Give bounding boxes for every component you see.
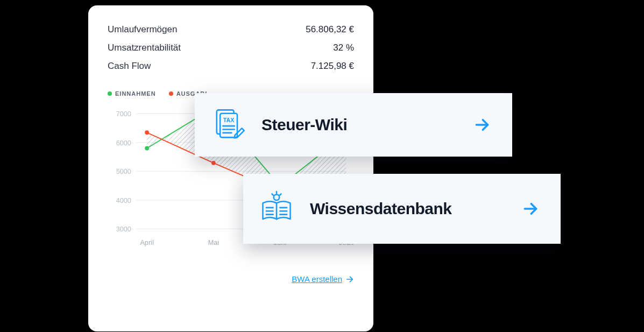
- arrow-right-icon: [522, 200, 539, 217]
- tile-steuer-wiki[interactable]: TAX Steuer-Wiki: [195, 93, 512, 157]
- stats-block: Umlaufvermögen 56.806,32 € Umsatzrentabi…: [108, 20, 354, 75]
- x-tick: Mai: [208, 239, 219, 246]
- y-tick: 5000: [116, 168, 131, 175]
- svg-point-21: [274, 194, 280, 200]
- dashboard-card: Umlaufvermögen 56.806,32 € Umsatzrentabi…: [88, 5, 373, 331]
- tile-label: Steuer-Wiki: [261, 116, 473, 134]
- expense-point: [211, 161, 216, 165]
- arrow-right-icon: [345, 275, 354, 284]
- stat-value: 56.806,32 €: [306, 20, 354, 39]
- stat-row: Cash Flow 7.125,98 €: [108, 57, 354, 75]
- svg-line-24: [280, 194, 281, 195]
- y-tick: 6000: [116, 139, 131, 147]
- stat-label: Umsatzrentabilität: [108, 39, 181, 57]
- arrow-right-icon: [473, 116, 491, 133]
- legend-dot-expense-icon: [169, 91, 173, 96]
- stat-label: Cash Flow: [108, 57, 151, 75]
- legend-income: EINNAHMEN: [108, 90, 156, 97]
- y-tick: 4000: [116, 197, 131, 204]
- y-tick: 7000: [116, 110, 131, 118]
- stat-value: 32 %: [333, 39, 354, 57]
- svg-text:TAX: TAX: [223, 117, 234, 123]
- y-tick: 3000: [116, 225, 131, 233]
- income-point: [145, 146, 149, 151]
- tax-doc-icon: TAX: [210, 107, 246, 143]
- stat-row: Umsatzrentabilität 32 %: [108, 39, 354, 57]
- legend-dot-income-icon: [108, 91, 112, 96]
- stat-value: 7.125,98 €: [311, 57, 354, 75]
- tile-label: Wissensdatenbank: [310, 200, 522, 218]
- tile-wissensdatenbank[interactable]: Wissensdatenbank: [243, 174, 561, 244]
- expense-point: [145, 130, 149, 135]
- svg-line-23: [272, 194, 273, 195]
- open-book-icon: [258, 190, 295, 227]
- stat-row: Umlaufvermögen 56.806,32 €: [108, 20, 354, 39]
- legend-label-income: EINNAHMEN: [115, 90, 156, 97]
- bwa-create-link[interactable]: BWA erstellen: [108, 274, 354, 284]
- bwa-create-link-label: BWA erstellen: [292, 274, 342, 284]
- stat-label: Umlaufvermögen: [108, 20, 177, 39]
- x-tick: April: [140, 239, 153, 246]
